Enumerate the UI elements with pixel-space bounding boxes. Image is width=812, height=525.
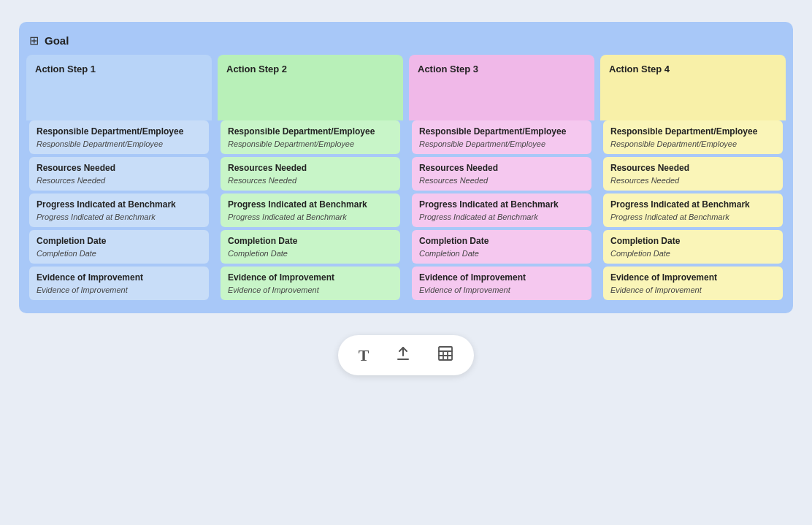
section-title-2-4: Completion Date (228, 236, 393, 246)
section-value-1-4: Completion Date (37, 249, 202, 258)
section-1-4: Completion DateCompletion Date (29, 230, 209, 264)
section-3-4: Completion DateCompletion Date (412, 230, 591, 264)
section-value-4-2: Resources Needed (610, 176, 775, 185)
card-body-2: Responsible Department/EmployeeResponsib… (218, 120, 403, 306)
section-value-2-5: Evidence of Improvement (228, 286, 393, 294)
section-title-1-1: Responsible Department/Employee (37, 126, 202, 137)
section-2-4: Completion DateCompletion Date (221, 230, 400, 264)
section-4-1: Responsible Department/EmployeeResponsib… (603, 120, 783, 154)
section-title-1-4: Completion Date (37, 236, 202, 246)
section-1-1: Responsible Department/EmployeeResponsib… (29, 120, 209, 154)
action-step-header-4: Action Step 4 (600, 55, 786, 120)
section-value-3-4: Completion Date (419, 249, 584, 258)
section-title-2-3: Progress Indicated at Benchmark (228, 199, 393, 210)
section-title-4-2: Resources Needed (610, 163, 775, 173)
svg-rect-2 (439, 347, 452, 360)
table-button[interactable] (434, 342, 456, 368)
section-title-3-1: Responsible Department/Employee (419, 126, 584, 137)
section-value-1-3: Progress Indicated at Benchmark (37, 212, 202, 221)
section-value-4-5: Evidence of Improvement (610, 286, 775, 294)
goal-icon: ⊞ (29, 34, 39, 47)
outer-container: ⊞ Goal Action Step 1Responsible Departme… (19, 22, 793, 313)
section-value-1-1: Responsible Department/Employee (37, 139, 202, 148)
card-body-1: Responsible Department/EmployeeResponsib… (26, 120, 212, 306)
section-3-2: Resources NeededResources Needed (412, 157, 591, 191)
action-step-card-3: Action Step 3Responsible Department/Empl… (409, 55, 594, 306)
action-step-header-2: Action Step 2 (218, 55, 403, 120)
section-3-3: Progress Indicated at BenchmarkProgress … (412, 193, 591, 227)
section-1-3: Progress Indicated at BenchmarkProgress … (29, 193, 209, 227)
section-title-3-3: Progress Indicated at Benchmark (419, 199, 584, 210)
action-step-card-4: Action Step 4Responsible Department/Empl… (600, 55, 786, 306)
action-step-card-2: Action Step 2Responsible Department/Empl… (218, 55, 403, 306)
section-title-3-4: Completion Date (419, 236, 584, 246)
section-title-2-1: Responsible Department/Employee (228, 126, 393, 137)
section-value-4-4: Completion Date (610, 249, 775, 258)
section-2-1: Responsible Department/EmployeeResponsib… (221, 120, 400, 154)
section-value-2-2: Resources Needed (228, 176, 393, 185)
card-body-4: Responsible Department/EmployeeResponsib… (600, 120, 786, 306)
section-title-4-4: Completion Date (610, 236, 775, 246)
section-value-2-3: Progress Indicated at Benchmark (228, 212, 393, 221)
section-title-3-2: Resources Needed (419, 163, 584, 173)
section-title-2-5: Evidence of Improvement (228, 272, 393, 283)
section-value-2-4: Completion Date (228, 249, 393, 258)
section-2-3: Progress Indicated at BenchmarkProgress … (221, 193, 400, 227)
section-2-5: Evidence of ImprovementEvidence of Impro… (221, 267, 400, 300)
toolbar: T (338, 335, 475, 375)
section-1-5: Evidence of ImprovementEvidence of Impro… (29, 267, 209, 300)
section-3-5: Evidence of ImprovementEvidence of Impro… (412, 267, 591, 300)
section-title-4-5: Evidence of Improvement (610, 272, 775, 283)
section-value-1-2: Resources Needed (37, 176, 202, 185)
action-step-header-3: Action Step 3 (409, 55, 594, 120)
section-value-3-5: Evidence of Improvement (419, 286, 584, 294)
section-title-2-2: Resources Needed (228, 163, 393, 173)
section-title-1-5: Evidence of Improvement (37, 272, 202, 283)
section-value-1-5: Evidence of Improvement (37, 286, 202, 294)
section-4-2: Resources NeededResources Needed (603, 157, 783, 191)
section-value-4-1: Responsible Department/Employee (610, 139, 775, 148)
goal-label: Goal (45, 34, 69, 47)
section-title-3-5: Evidence of Improvement (419, 272, 584, 283)
text-button[interactable]: T (356, 343, 372, 368)
section-title-1-2: Resources Needed (37, 163, 202, 173)
section-2-2: Resources NeededResources Needed (221, 157, 400, 191)
upload-icon (395, 345, 411, 365)
section-3-1: Responsible Department/EmployeeResponsib… (412, 120, 591, 154)
goal-header: ⊞ Goal (26, 29, 786, 55)
action-step-card-1: Action Step 1Responsible Department/Empl… (26, 55, 212, 306)
section-value-3-1: Responsible Department/Employee (419, 139, 584, 148)
action-step-header-1: Action Step 1 (26, 55, 212, 120)
upload-button[interactable] (392, 342, 414, 368)
section-title-4-3: Progress Indicated at Benchmark (610, 199, 775, 210)
section-title-4-1: Responsible Department/Employee (610, 126, 775, 137)
section-value-4-3: Progress Indicated at Benchmark (610, 212, 775, 221)
section-title-1-3: Progress Indicated at Benchmark (37, 199, 202, 210)
grid-container: Action Step 1Responsible Department/Empl… (26, 55, 786, 306)
table-icon (437, 345, 453, 365)
section-4-3: Progress Indicated at BenchmarkProgress … (603, 193, 783, 227)
section-value-3-2: Resources Needed (419, 176, 584, 185)
card-body-3: Responsible Department/EmployeeResponsib… (409, 120, 594, 306)
section-value-2-1: Responsible Department/Employee (228, 139, 393, 148)
text-icon: T (359, 346, 369, 365)
section-1-2: Resources NeededResources Needed (29, 157, 209, 191)
section-4-5: Evidence of ImprovementEvidence of Impro… (603, 267, 783, 300)
section-value-3-3: Progress Indicated at Benchmark (419, 212, 584, 221)
section-4-4: Completion DateCompletion Date (603, 230, 783, 264)
